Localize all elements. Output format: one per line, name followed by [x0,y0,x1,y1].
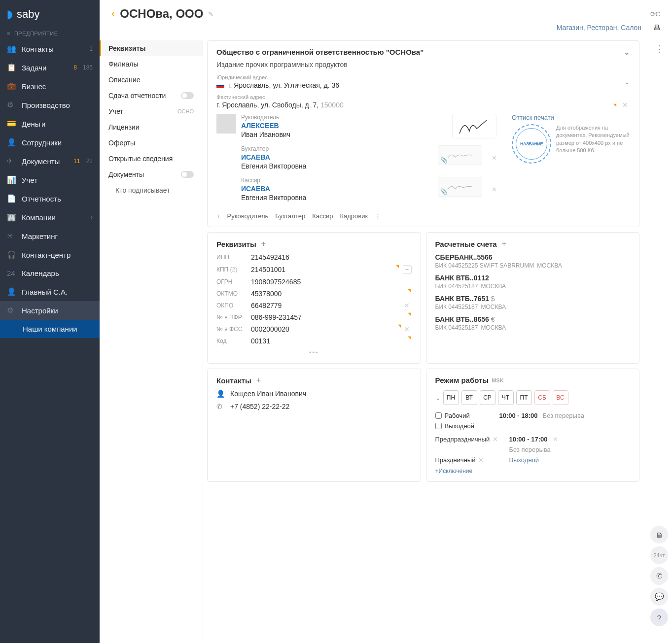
more-roles-icon[interactable]: ⋮ [375,212,381,220]
nav-item-4[interactable]: 💳Деньги [0,114,100,133]
person-surname[interactable]: ИСАЕВА [241,185,430,193]
req-value[interactable]: 0002000020◥ [251,325,402,333]
clear-icon[interactable]: ✕ [402,325,412,333]
pre-note[interactable]: Без перерыва [509,446,551,453]
tab-6[interactable]: Оферты [100,135,203,151]
tab-5[interactable]: Лицензии [100,119,203,135]
req-value[interactable]: 66482779 [251,302,402,309]
day-СР[interactable]: СР [480,390,495,405]
nav-item-10[interactable]: ✳Маркетинг [0,227,100,245]
tab-3[interactable]: Сдача отчетности [100,88,203,103]
hol-clear-icon[interactable]: ✕ [478,456,484,464]
add-role-cashier[interactable]: Кассир [312,212,333,220]
work-note[interactable]: Без перерыва [543,412,584,419]
help-icon[interactable]: ? [650,609,668,626]
back-button[interactable]: ‹ [111,7,115,20]
add-role-hr[interactable]: Кадровик [340,212,368,220]
toggle[interactable] [181,171,194,178]
contact-phone[interactable]: +7 (4852) 22-22-22 [230,403,289,410]
signature[interactable]: 📎 [438,177,482,197]
nav-item-11[interactable]: 🎧Контакт-центр [0,245,100,264]
tab-9[interactable]: Кто подписывает [100,182,203,198]
toggle[interactable] [181,92,194,99]
day-ПН[interactable]: ПН [443,390,459,405]
req-value[interactable]: 086-999-231457◥ [251,313,412,321]
nav-item-7[interactable]: 📊Учет [0,170,100,189]
legal-addr[interactable]: г. Ярославль, ул. Углическая, д. 36 [228,81,339,89]
tab-4[interactable]: УчетОСНО [100,103,203,119]
nav-item-0[interactable]: 👥Контакты1 [0,39,100,58]
contact-person[interactable]: Кощеев Иван Иванович [230,390,306,398]
add-role-director[interactable]: Руководитель [227,212,269,220]
person-surname[interactable]: АЛЕКСЕЕВ [241,122,445,130]
more-req-icon[interactable]: ••• [216,349,412,356]
nav-item-9[interactable]: 🏢Компании› [0,208,100,227]
bank-2[interactable]: БАНК ВТБ..7651$БИК 044525187МОСКВА [435,295,631,310]
bank-0[interactable]: СБЕРБАНК..5566БИК 044525225 SWIFT SABRRU… [435,253,631,269]
tab-8[interactable]: Документы [100,167,203,182]
days-chevron-icon[interactable]: ⌄ [435,394,441,402]
more-actions-icon[interactable]: ⋮ [655,43,664,54]
clear-icon[interactable]: ✕ [402,302,412,309]
req-value[interactable]: 2145492416 [251,253,412,261]
day-СБ[interactable]: СБ [534,390,550,405]
note-icon[interactable]: 🗎 [650,526,668,543]
workday-checkbox[interactable] [435,412,442,419]
chat-icon[interactable]: 💬 [650,588,668,606]
day-ВТ[interactable]: ВТ [461,390,477,405]
day-ВС[interactable]: ВС [553,390,568,405]
remove-person-icon[interactable]: ✕ [490,154,499,162]
expand-icon[interactable]: ⌃ [624,81,630,89]
bank-1[interactable]: БАНК ВТБ..0112БИК 044525187МОСКВА [435,274,631,290]
req-value[interactable]: 00131◥ [251,337,412,345]
nav-item-6[interactable]: ✈Документы1122 [0,152,100,170]
logo[interactable]: ◗ saby [0,5,100,28]
dayoff-checkbox[interactable] [435,423,442,429]
tab-7[interactable]: Открытые сведения [100,151,203,167]
bank-3[interactable]: БАНК ВТБ..8656€БИК 044525187МОСКВА [435,315,631,331]
day-ЧТ[interactable]: ЧТ [498,390,514,405]
add-bank-icon[interactable]: + [502,239,506,248]
add-exception-link[interactable]: +Исключение [435,468,631,474]
add-requisite-icon[interactable]: + [261,239,266,248]
calendar-widget[interactable]: 24чт [650,546,668,564]
req-value[interactable]: 45378000◥ [251,290,412,298]
add-role-icon[interactable]: + [216,212,220,220]
pre-time-clear-icon[interactable]: ✕ [553,436,558,443]
edit-icon[interactable]: ✎ [208,10,213,18]
nav-item-3[interactable]: ⚙Производство [0,96,100,114]
pre-time[interactable]: 10:00 - 17:00 [509,436,548,443]
nav-item-12[interactable]: 24Календарь [0,264,100,282]
nav-item-13[interactable]: 👤Главный С.А. [0,282,100,301]
work-time[interactable]: 10:00 - 18:00 [499,412,538,419]
nav-item-14[interactable]: ⚙Настройки [0,301,100,320]
nav-item-1[interactable]: 📋Задачи8186 [0,58,100,77]
remove-person-icon[interactable]: ✕ [490,186,499,193]
call-icon[interactable]: ✆ [650,567,668,585]
nav-item-2[interactable]: 💼Бизнес [0,77,100,96]
fact-addr[interactable]: г. Ярославль, ул. Свободы, д. 7, 150000 [216,101,344,109]
holiday-value[interactable]: Выходной [509,456,539,464]
signature[interactable] [452,114,496,138]
print-icon[interactable]: 🖶 [653,24,660,32]
attach-icon[interactable]: 📎 [440,157,448,164]
add-contact-icon[interactable]: + [256,376,261,385]
add-kpp-icon[interactable]: + [403,265,412,274]
signature[interactable]: 📎 [438,145,482,165]
req-value[interactable]: 1908097524685 [251,278,412,286]
day-ПТ[interactable]: ПТ [516,390,532,405]
nav-item-8[interactable]: 📄Отчетность [0,189,100,208]
stamp-placeholder[interactable]: НАЗВАНИЕ [512,124,551,164]
pre-clear-icon[interactable]: ✕ [493,436,498,443]
person-surname[interactable]: ИСАЕВА [241,153,430,161]
tab-0[interactable]: Реквизиты [100,40,203,56]
nav-sub-companies[interactable]: Наши компании [0,320,100,338]
avatar[interactable] [216,114,236,134]
clear-addr-icon[interactable]: ✕ [620,101,630,109]
req-value[interactable]: 214501001◥ [251,266,400,273]
business-type-link[interactable]: Магазин, Ресторан, Салон [557,24,641,32]
tab-2[interactable]: Описание [100,72,203,88]
collapse-icon[interactable]: ⌄ [624,48,630,57]
sync-state[interactable]: ⟳С [650,10,660,18]
add-role-accountant[interactable]: Бухгалтер [275,212,305,220]
